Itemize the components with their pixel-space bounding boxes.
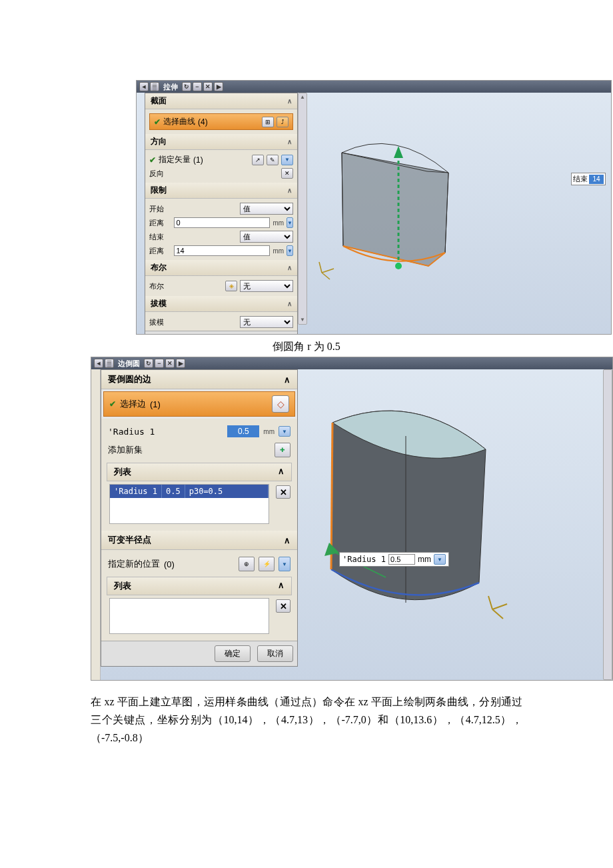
radius-handle-label[interactable]: 'Radius 1 mm ▼: [339, 552, 449, 567]
reverse-direction-button[interactable]: ✕: [281, 168, 293, 179]
varpoint-list[interactable]: [109, 598, 269, 634]
unit-label: mm: [273, 219, 284, 227]
select-edge-row[interactable]: ✔ 选择边 (1) ◇: [103, 391, 295, 417]
list-cell-name: 'Radius 1: [110, 485, 162, 498]
none-icon: ◈: [225, 281, 237, 291]
draft-label: 拔模: [149, 317, 189, 327]
sketch-section-button[interactable]: ⊞: [262, 117, 274, 127]
reverse-label: 反向: [149, 169, 164, 179]
vector-dialog-button[interactable]: ↗: [252, 155, 264, 165]
radius-handle-dropdown[interactable]: ▼: [434, 554, 446, 565]
nav-back-button[interactable]: ◄: [139, 82, 149, 91]
expand-button[interactable]: ▶: [176, 359, 185, 368]
end-handle-text: 结束: [573, 174, 588, 184]
specify-vector-row: ✔ 指定矢量 (1) ↗ ✎ ▼: [149, 153, 293, 167]
check-icon: ✔: [149, 155, 156, 165]
check-icon: ✔: [154, 117, 161, 127]
caret-up-icon: ∧: [287, 187, 292, 194]
nav-fwd-button[interactable]: ▒: [105, 359, 114, 368]
minimize-button[interactable]: −: [155, 359, 164, 368]
minimize-button[interactable]: −: [193, 82, 202, 91]
titlebar-edge-blend: ◄ ▒ 边倒圆 ↻ − ✕ ▶: [91, 357, 612, 369]
end-handle-label[interactable]: 结束: [571, 173, 606, 185]
start-type-select[interactable]: 值: [240, 203, 293, 215]
select-edge-label: 选择边: [120, 398, 146, 410]
viewport-scrollbar[interactable]: [603, 369, 612, 680]
radius-label: 'Radius 1: [108, 427, 155, 437]
delete-varpoint-button[interactable]: ✕: [276, 599, 291, 613]
point-dropdown[interactable]: ▼: [279, 557, 291, 571]
section-header-limit[interactable]: 限制∧: [145, 183, 297, 199]
section-header-section[interactable]: 截面∧: [145, 93, 297, 109]
curve-rule-button[interactable]: ⤴: [277, 117, 289, 127]
ok-button[interactable]: 确定: [215, 645, 251, 662]
distance-dropdown[interactable]: ▼: [287, 217, 293, 228]
select-curve-row[interactable]: ✔ 选择曲线 (4) ⊞ ⤴: [149, 113, 293, 130]
viewport-3d[interactable]: 'Radius 1 mm ▼: [299, 369, 612, 680]
select-curve-label: 选择曲线: [163, 116, 195, 127]
boolean-select[interactable]: 无: [240, 280, 293, 292]
cancel-button[interactable]: 取消: [257, 645, 293, 662]
radius-handle-input[interactable]: [388, 554, 415, 565]
undo-button[interactable]: ↻: [182, 82, 191, 91]
specify-new-label: 指定新的位置: [108, 558, 160, 570]
add-set-button[interactable]: ✚: [275, 443, 291, 457]
caret-up-icon: ∧: [287, 97, 292, 105]
expand-button[interactable]: ▶: [214, 82, 223, 91]
nav-back-button[interactable]: ◄: [94, 359, 103, 368]
caret-up-icon: ∧: [278, 580, 285, 592]
radius-list[interactable]: 'Radius 1 0.5 p30=0.5: [109, 484, 269, 524]
close-button[interactable]: ✕: [203, 82, 213, 91]
radius-input[interactable]: [227, 425, 259, 437]
start-distance-input[interactable]: [174, 217, 270, 228]
end-type-select[interactable]: 值: [240, 231, 293, 243]
select-edge-count: (1): [150, 399, 161, 409]
section-varpoint-header[interactable]: 可变半径点∧: [101, 531, 297, 550]
side-tab-strip: [91, 369, 101, 680]
section-header-boolean[interactable]: 布尔∧: [145, 260, 297, 276]
section-header-draft[interactable]: 拔模∧: [145, 296, 297, 312]
close-button[interactable]: ✕: [165, 359, 175, 368]
list-header[interactable]: 列表∧: [107, 463, 292, 481]
radius-handle-text: 'Radius 1: [342, 555, 386, 564]
check-icon: ✔: [109, 399, 116, 409]
point-dialog-button[interactable]: ⊕: [239, 557, 255, 571]
start-label: 开始: [149, 204, 189, 214]
distance2-dropdown[interactable]: ▼: [287, 245, 293, 256]
list2-header[interactable]: 列表∧: [107, 577, 292, 595]
end-distance-input[interactable]: [174, 245, 270, 256]
svg-line-5: [319, 262, 322, 273]
ok-button[interactable]: 确定: [234, 334, 263, 335]
caret-up-icon: ∧: [287, 138, 292, 145]
specify-new-count: (0): [164, 559, 175, 569]
delete-list-item-button[interactable]: ✕: [276, 485, 291, 499]
undo-button[interactable]: ↻: [144, 359, 153, 368]
end-handle-input[interactable]: [589, 175, 604, 184]
svg-line-10: [492, 604, 507, 609]
extrude-dialog: 截面∧ ✔ 选择曲线 (4) ⊞ ⤴ 方向∧ ✔ 指定矢量 (1) ↗ ✎ ▼: [145, 93, 298, 335]
unit-label: mm: [273, 247, 284, 255]
dialog-title: 边倒圆: [115, 359, 143, 369]
distance-label: 距离: [149, 218, 169, 228]
point-type-button[interactable]: ⚡: [259, 557, 275, 571]
svg-point-3: [395, 263, 402, 269]
vector-dropdown[interactable]: ▼: [281, 155, 293, 165]
radius-dropdown[interactable]: ▼: [279, 426, 291, 437]
section-header-direction[interactable]: 方向∧: [145, 134, 297, 150]
list-item[interactable]: 'Radius 1 0.5 p30=0.5: [110, 485, 269, 498]
inferred-vector-button[interactable]: ✎: [267, 155, 279, 165]
titlebar-extrude: ◄ ▒ 拉伸 ↻ − ✕ ▶: [137, 81, 611, 93]
draft-select[interactable]: 无: [240, 316, 293, 328]
edge-cube-icon[interactable]: ◇: [272, 395, 289, 413]
dialog-scrollbar[interactable]: [298, 93, 307, 325]
svg-line-6: [322, 273, 330, 279]
nav-fwd-button[interactable]: ▒: [150, 82, 159, 91]
section-edges-header[interactable]: 要倒圆的边∧: [101, 370, 297, 389]
cancel-button[interactable]: 取消: [265, 334, 295, 335]
end-label: 结束: [149, 232, 189, 242]
svg-line-12: [492, 609, 503, 619]
reverse-direction-row: 反向 ✕: [149, 167, 293, 180]
unit-label: mm: [263, 428, 275, 435]
caption-fillet: 倒圆角 r 为 0.5: [0, 335, 613, 357]
viewport-3d[interactable]: 结束: [308, 93, 611, 334]
